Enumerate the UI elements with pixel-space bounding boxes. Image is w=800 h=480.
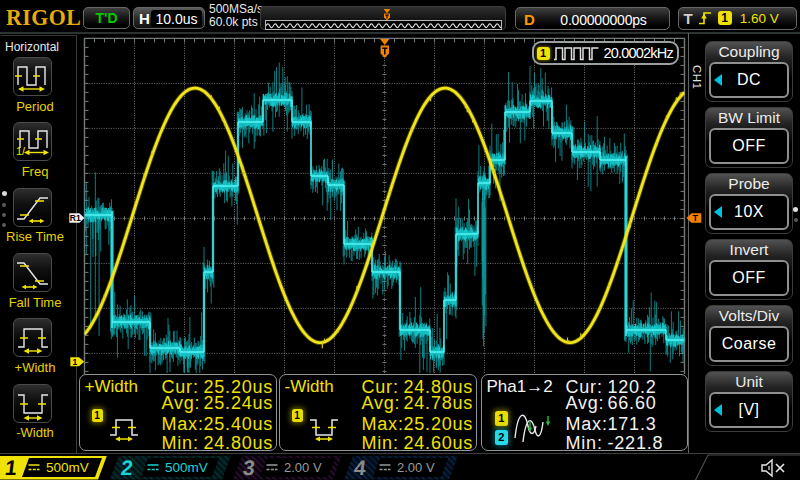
svg-text:R1: R1 [70, 213, 81, 223]
svg-text:1: 1 [73, 357, 78, 367]
svg-text:T: T [693, 213, 699, 223]
